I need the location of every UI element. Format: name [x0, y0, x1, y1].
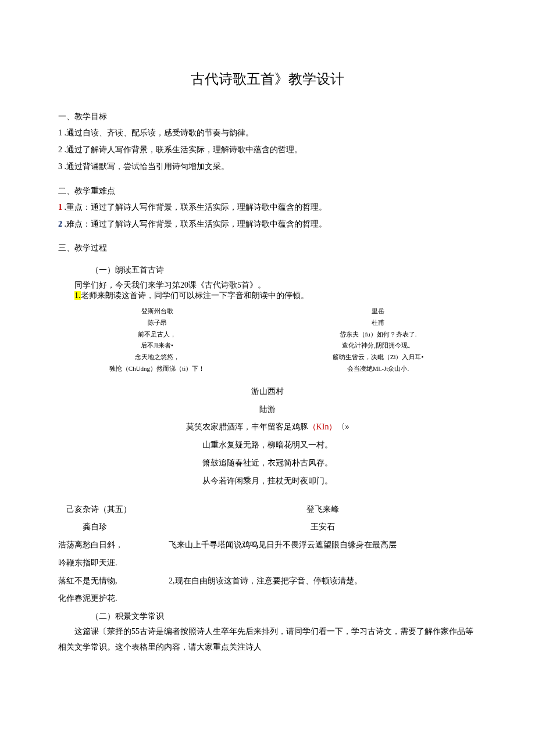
poem-text: 〈»: [337, 422, 349, 431]
poem-line: 会当凌绝Ml.-Jt众山小.: [279, 363, 477, 375]
page-title: 古代诗歌五首》教学设计: [58, 70, 477, 88]
highlight-1: 1.: [74, 291, 81, 300]
intro-line: 同学们好，今天我们来学习第20课《古代诗歌5首》。: [58, 280, 477, 291]
pinyin-note: （KIn）: [308, 422, 337, 431]
number-2: 2: [58, 220, 62, 228]
poem-title: 登飞来峰: [169, 501, 477, 519]
poem-center: 游山西村 陆游 莫笑农家腊酒浑，丰年留客足鸡豚（KIn）〈» 山重水复疑无路，柳…: [58, 383, 477, 490]
poem-left: 登斯州台歌 陈子昂 前不足古人， 后不JI来者• 念天地之悠悠， 独怆（ChUd…: [58, 306, 256, 375]
poem-line: 落红不是无情物,: [58, 572, 157, 590]
poem-title: 里岳: [279, 306, 477, 317]
step-1-line: 1.老师来朗读这首诗，同学们可以标注一下字音和朗读中的停顿。: [58, 291, 477, 301]
poem-bottom-right: 登飞来峰 王安石 飞来山上千寻塔闻说鸡鸣见日升不畏浮云遮望眼自缘身在最高层 2,…: [169, 501, 477, 608]
poem-author: 王安石: [169, 518, 477, 536]
two-poem-row: 登斯州台歌 陈子昂 前不足古人， 后不JI来者• 念天地之悠悠， 独怆（ChUd…: [58, 306, 477, 375]
poem-title: 游山西村: [58, 383, 477, 401]
poem-line: 后不JI来者•: [58, 340, 256, 352]
poem-long-line: 飞来山上千寻塔闻说鸡鸣见日升不畏浮云遮望眼自缘身在最高层: [169, 536, 477, 554]
step-2-line: 2,现在自由朗读这首诗，注意要把字音、停顿读清楚。: [169, 572, 477, 590]
subsection-2-title: （二）积景文学常识: [58, 611, 477, 622]
poem-line: 化作春泥更护花.: [58, 590, 157, 608]
section-2-heading: 二、教学重难点: [58, 186, 477, 196]
poem-title: 己亥杂诗（其五）: [58, 501, 157, 519]
poem-author: 陆游: [58, 401, 477, 419]
poem-line: 造化计神分,阴阳拥今现。: [279, 340, 477, 352]
poem-author: 陈子昂: [58, 317, 256, 329]
poem-line: 从今若许闲乘月，拄杖无时夜叩门。: [58, 472, 477, 490]
poem-line: 簖昉生曾云，决毗（Zi）入归耳•: [279, 352, 477, 363]
poem-right: 里岳 杜甫 岱东夫（fu）如何？齐表了. 造化计神分,阴阳拥今现。 簖昉生曾云，…: [279, 306, 477, 375]
poem-author: 龚自珍: [58, 518, 157, 536]
section-1-heading: 一、教学目标: [58, 112, 477, 122]
poem-line: 吟鞭东指即天涯.: [58, 554, 157, 572]
poem-text: 莫笑农家腊酒浑，丰年留客足鸡豚: [186, 422, 308, 431]
poem-line: 岱东夫（fu）如何？齐表了.: [279, 329, 477, 341]
poem-line: 山重水复疑无路，柳暗花明又一村。: [58, 436, 477, 454]
document-page: 古代诗歌五首》教学设计 一、教学目标 1 .通过自读、齐读、配乐读，感受诗歌的节…: [0, 0, 535, 690]
poem-line: 念天地之悠悠，: [58, 352, 256, 363]
goal-item-1: 1 .通过自读、齐读、配乐读，感受诗歌的节奏与韵律。: [58, 126, 477, 140]
poem-title: 登斯州台歌: [58, 306, 256, 317]
subsection-1-title: （一）朗读五首古诗: [58, 265, 477, 275]
poem-line: 前不足古人，: [58, 329, 256, 341]
poem-author: 杜甫: [279, 317, 477, 329]
poem-line: 莫笑农家腊酒浑，丰年留客足鸡豚（KIn）〈»: [58, 418, 477, 436]
step-1-text: 老师来朗读这首诗，同学们可以标注一下字音和朗读中的停顿。: [81, 291, 309, 300]
bottom-poem-row: 己亥杂诗（其五） 龚自珍 浩荡离愁白日斜， 吟鞭东指即天涯. 落红不是无情物, …: [58, 501, 477, 608]
section-3-heading: 三、教学过程: [58, 243, 477, 253]
goal-item-3: 3 .通过背诵默写，尝试恰当引用诗句增加文采。: [58, 159, 477, 174]
poem-line: 独怆（ChUdng）然而涕（ti）下！: [58, 363, 256, 375]
number-1: 1: [58, 203, 62, 212]
difficulty-item: 2 .难点：通过了解诗人写作背景，联系生活实际，理解诗歌中蕴含的哲理。: [58, 217, 477, 231]
difficulty-text: .难点：通过了解诗人写作背景，联系生活实际，理解诗歌中蕴含的哲理。: [62, 220, 327, 228]
poem-bottom-left: 己亥杂诗（其五） 龚自珍 浩荡离愁白日斜， 吟鞭东指即天涯. 落红不是无情物, …: [58, 501, 157, 608]
goal-item-2: 2 .通过了解诗人写作背景，联系生活实际，理解诗歌中蕴含的哲理。: [58, 142, 477, 157]
poem-line: 箫鼓追随春社近，衣冠简朴古风存。: [58, 454, 477, 472]
closing-paragraph: 这篇课〔荥择的55古诗是编者按照诗人生卒年先后来排列，请同学们看一下，学习古诗文…: [58, 624, 477, 655]
keypoint-item: 1 .重点：通过了解诗人写作背景，联系生活实际，理解诗歌中蕴含的哲理。: [58, 200, 477, 214]
keypoint-text: .重点：通过了解诗人写作背景，联系生活实际，理解诗歌中蕴含的哲理。: [62, 203, 327, 212]
poem-line: 浩荡离愁白日斜，: [58, 536, 157, 554]
